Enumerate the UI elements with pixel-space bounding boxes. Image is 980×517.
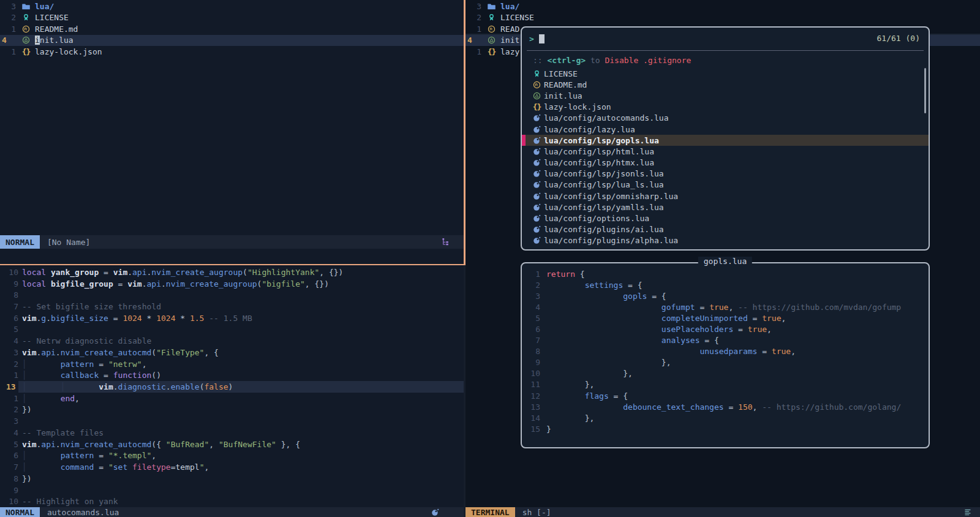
prompt-divider: [527, 50, 924, 51]
line-number: 8: [527, 347, 540, 356]
code-line[interactable]: 11 },: [527, 379, 926, 390]
file-path: lazy-lock.json: [544, 102, 611, 111]
code-line[interactable]: 7-- Set bigfile size threshold: [0, 301, 464, 312]
file-row[interactable]: 3lua/: [466, 1, 980, 12]
statusline-filename: [No Name]: [47, 238, 90, 247]
file-row[interactable]: 3lua/: [0, 1, 464, 12]
picker-item[interactable]: {}lazy-lock.json: [522, 102, 929, 113]
match-counter: 61/61 (0): [877, 34, 920, 43]
code-line[interactable]: 1│ callback = function(): [0, 369, 464, 381]
file-path: lua/config/plugins/ai.lua: [544, 225, 664, 234]
file-path: lua/config/lsp/jsonls.lua: [544, 169, 664, 178]
picker-item[interactable]: lua/config/lsp/htmx.lua: [522, 157, 929, 168]
picker-item[interactable]: lua/config/lazy.lua: [522, 124, 929, 135]
code-line[interactable]: 13│ │ vim.diagnostic.enable(false): [0, 381, 464, 393]
line-number: 6: [0, 314, 18, 323]
window-separator-horizontal[interactable]: [0, 264, 464, 265]
code-line[interactable]: 4 gofumpt = true, -- https://github.com/…: [527, 301, 926, 312]
code-line[interactable]: 10-- Highlight on yank: [0, 496, 464, 507]
file-row[interactable]: 4init.lua: [0, 35, 464, 47]
lua-icon: [431, 508, 439, 516]
code-line[interactable]: 10local yank_group = vim.api.nvim_create…: [0, 266, 464, 278]
code-line[interactable]: 10 },: [527, 368, 926, 379]
code-line[interactable]: 14 },: [527, 412, 926, 423]
picker-item[interactable]: lua/config/lsp/html.lua: [522, 146, 929, 157]
license-icon: [487, 13, 496, 21]
prompt-icon: >: [529, 34, 534, 43]
header-keybind[interactable]: <ctrl-g>: [547, 56, 586, 65]
line-number: 1: [0, 47, 16, 56]
picker-item[interactable]: lua/config/plugins/ai.lua: [522, 224, 929, 235]
file-path: init.lua: [544, 91, 582, 100]
code-line[interactable]: 9 },: [527, 357, 926, 368]
line-number: 2: [0, 360, 18, 369]
code-line[interactable]: 8}): [0, 473, 464, 485]
code-line[interactable]: 3: [0, 415, 464, 427]
picker-item[interactable]: init.lua: [522, 90, 929, 101]
statusline-filename: sh [-]: [522, 508, 551, 517]
file-row[interactable]: 2LICENSE: [0, 12, 464, 24]
picker-item[interactable]: lua/config/options.lua: [522, 213, 929, 224]
code-line[interactable]: 4-- Netrw diagnostic disable: [0, 335, 464, 347]
picker-item[interactable]: lua/config/lsp/omnisharp.lua: [522, 191, 929, 202]
picker-item[interactable]: lua/config/lsp/jsonls.lua: [522, 168, 929, 179]
picker-item[interactable]: lua/config/lsp/yamlls.lua: [522, 202, 929, 213]
line-number: 4: [0, 428, 18, 437]
code-line[interactable]: 6 usePlaceholders = true,: [527, 323, 926, 334]
json-icon: {}: [487, 47, 496, 56]
code-statusline: NORMAL autocomands.lua: [0, 507, 464, 517]
code-line[interactable]: 3 gopls = {: [527, 290, 926, 301]
code-line[interactable]: 9: [0, 485, 464, 496]
file-row[interactable]: 1{}lazy-lock.json: [0, 46, 464, 58]
code-line[interactable]: 6vim.g.bigfile_size = 1024 * 1024 * 1.5 …: [0, 312, 464, 324]
code-line[interactable]: 3vim.api.nvim_create_autocmd("FileType",…: [0, 347, 464, 358]
picker-item[interactable]: README.md: [522, 79, 929, 90]
lua-icon: [532, 170, 541, 178]
code-line[interactable]: 1return {: [527, 268, 926, 279]
code-line[interactable]: 1│ end,: [0, 393, 464, 404]
code-line[interactable]: 7│ command = "set filetype=templ",: [0, 461, 464, 473]
file-path: lua/config/lsp/html.lua: [544, 147, 654, 156]
line-number: 3: [527, 292, 540, 301]
code-line[interactable]: 4-- Template files: [0, 427, 464, 439]
picker-item[interactable]: lua/config/lsp/gopls.lua: [522, 135, 929, 146]
header-action: Disable .gitignore: [605, 56, 691, 65]
code-text: -- Template files: [22, 428, 104, 437]
picker-item[interactable]: lua/config/autocomands.lua: [522, 113, 929, 124]
statusline-filename: autocomands.lua: [47, 508, 119, 517]
code-line[interactable]: 9local bigfile_group = vim.api.nvim_crea…: [0, 278, 464, 290]
line-number: 8: [0, 290, 18, 300]
file-path: lua/config/lazy.lua: [544, 125, 635, 134]
code-line[interactable]: 2}): [0, 404, 464, 416]
window-separator[interactable]: [464, 265, 466, 517]
scrollbar[interactable]: [924, 68, 926, 113]
code-line[interactable]: 6│ pattern = "*.templ",: [0, 450, 464, 462]
header-prefix: ::: [533, 56, 543, 65]
file-path: lua/config/options.lua: [544, 214, 649, 223]
preview-title: gopls.lua: [698, 257, 752, 266]
code-line[interactable]: 8 unusedparams = true,: [527, 346, 926, 357]
code-line[interactable]: 5 completeUnimported = true,: [527, 312, 926, 323]
line-number: 5: [0, 440, 18, 449]
code-line[interactable]: 5vim.api.nvim_create_autocmd({ "BufRead"…: [0, 439, 464, 450]
line-number: 12: [527, 391, 540, 401]
code-line[interactable]: 15}: [527, 423, 926, 434]
code-line[interactable]: 2 settings = {: [527, 279, 926, 290]
picker-item[interactable]: LICENSE: [522, 68, 929, 79]
file-path: README.md: [544, 80, 587, 89]
code-line[interactable]: 12 flags = {: [527, 390, 926, 401]
code-line[interactable]: 5: [0, 324, 464, 336]
line-number: 1: [0, 25, 16, 34]
code-line[interactable]: 7 analyses = {: [527, 335, 926, 346]
window-separator-active[interactable]: [464, 0, 466, 265]
file-row[interactable]: 2LICENSE: [466, 12, 980, 24]
picker-item[interactable]: lua/config/plugins/alpha.lua: [522, 235, 929, 246]
code-line[interactable]: 2│ pattern = "netrw",: [0, 358, 464, 370]
code-line[interactable]: 13 debounce_text_changes = 150, -- https…: [527, 401, 926, 412]
search-input[interactable]: >: [529, 32, 921, 45]
code-text: │ command = "set filetype=templ",: [22, 462, 209, 472]
file-row[interactable]: 1README.md: [0, 23, 464, 35]
picker-item[interactable]: lua/config/lsp/lua_ls.lua: [522, 179, 929, 191]
code-line[interactable]: 8: [0, 289, 464, 301]
line-number: 7: [527, 336, 540, 345]
